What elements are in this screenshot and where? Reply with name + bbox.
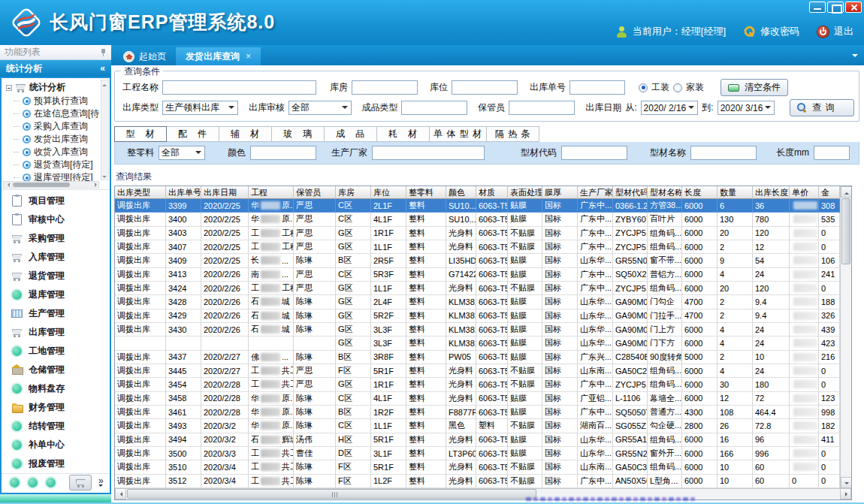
sidebar-menu-item[interactable]: 工地管理 (2, 342, 110, 361)
tree-vertical-scrollbar[interactable] (101, 80, 109, 180)
tree-item[interactable]: 预算执行查询 (6, 95, 99, 107)
grid-horizontal-scrollbar[interactable] (115, 488, 851, 499)
radio-jiazhuang[interactable] (673, 83, 682, 92)
table-row[interactable]: 调拨出库34292020/2/26石城陈琳G区5R2F整料KLM38176063… (115, 309, 840, 323)
material-tab[interactable]: 型 材 (114, 126, 167, 142)
scroll-up-icon[interactable] (841, 186, 852, 198)
column-header-whole[interactable]: 整零料 (406, 186, 446, 199)
column-header-name[interactable]: 型材名称 (648, 186, 682, 199)
circle-icon[interactable] (9, 477, 20, 488)
scroll-right-icon[interactable] (92, 182, 98, 189)
tab-start-page[interactable]: 起始页 (113, 47, 176, 65)
cart-shortcut-button[interactable] (69, 475, 92, 490)
tree-root[interactable]: 统计分析 (6, 80, 99, 95)
radio-gongzhuang[interactable] (639, 83, 648, 92)
warehouse-input[interactable] (352, 80, 418, 95)
tree-item[interactable]: 发货出库查询 (6, 133, 99, 146)
table-row[interactable]: 调拨出库34282020/2/26石城陈琳G区2L4F整料KLM38176063… (115, 295, 840, 309)
scroll-down-icon[interactable] (841, 477, 852, 488)
scroll-left-icon[interactable] (115, 488, 126, 499)
keeper-input[interactable] (509, 101, 575, 115)
column-header-date[interactable]: 出库日期 (201, 186, 249, 199)
color-input[interactable] (250, 146, 316, 160)
material-tab[interactable]: 隔 热 条 (487, 126, 539, 142)
circle-icon[interactable] (45, 477, 56, 488)
sidebar-menu-item[interactable]: 仓储管理 (2, 361, 110, 379)
scroll-up-icon[interactable] (101, 80, 108, 87)
table-row[interactable]: 调拨出库34092020/2/25长...陈琳B区2R5F整料LI35HD606… (115, 254, 840, 267)
sidebar-menu-item[interactable]: 项目管理 (2, 192, 110, 210)
maximize-button[interactable] (827, 2, 844, 13)
logout-link[interactable]: 退出 (834, 25, 853, 38)
table-row[interactable]: G区3L3F整料KLM38176063-T5贴膜国标山东华...GA90M09.… (115, 337, 840, 350)
column-header-qty[interactable]: 数量 (717, 186, 753, 199)
project-name-input[interactable] (162, 80, 316, 95)
scroll-right-icon[interactable] (840, 488, 851, 499)
grid-vertical-scrollbar[interactable] (840, 186, 851, 488)
column-header-film[interactable]: 膜厚 (542, 186, 578, 199)
date-from-picker[interactable]: 2020/ 2/16 (641, 101, 699, 115)
table-row[interactable]: 调拨出库35122020/3/4工共工程陈琳F区1L2F整料光身料6063-T5… (115, 475, 840, 488)
table-row[interactable]: 调拨出库34452020/2/27工共工程严思F区5R1F整料光身料6063-T… (115, 364, 840, 378)
material-tab[interactable]: 耗 材 (377, 126, 430, 142)
scroll-down-icon[interactable] (101, 173, 108, 180)
column-header-keeper[interactable]: 保管员 (294, 186, 336, 199)
column-header-no[interactable]: 出库单号 (166, 186, 201, 199)
section-header[interactable]: 统计分析 « (0, 60, 111, 77)
sidebar-menu-item[interactable]: 出库管理 (2, 323, 110, 342)
material-tab[interactable]: 辅 材 (219, 126, 272, 142)
column-header-proj[interactable]: 工程 (249, 186, 294, 199)
table-row[interactable]: 调拨出库34132020/2/26南...严思C区5R3F整料G71422606… (115, 268, 840, 282)
table-row[interactable]: 调拨出库34032020/2/25工工程严思G区1R1F整料光身料6063-T5… (115, 227, 840, 240)
material-tab[interactable]: 配 件 (167, 126, 219, 142)
sidebar-menu-item[interactable]: 财务管理 (2, 398, 110, 417)
profile-name-input[interactable] (690, 146, 757, 160)
table-row[interactable]: 调拨出库34002020/2/25华原...严思C区4L1F整料SU10...6… (115, 213, 840, 226)
column-header-type[interactable]: 出库类型 (115, 186, 166, 199)
column-header-wh[interactable]: 库房 (336, 186, 371, 199)
material-tab[interactable]: 玻 璃 (272, 126, 325, 142)
table-row[interactable]: 调拨出库34582020/2/28华原...陈琳C区4L1F整料光身料6063-… (115, 392, 840, 406)
table-row[interactable]: 调拨出库34302020/2/26石城陈琳G区3L3F整料KLM38176063… (115, 323, 840, 337)
material-tab[interactable]: 单 体 型 材 (430, 126, 487, 142)
sidebar-menu-item[interactable]: 物料盘存 (2, 379, 110, 398)
column-header-color[interactable]: 颜色 (446, 186, 476, 199)
table-row[interactable]: 调拨出库34932020/3/2华原...陈琳C区1L1F整料黑色塑料不贴膜国标… (115, 419, 840, 433)
column-header-loc[interactable]: 库位 (371, 186, 406, 199)
column-header-len[interactable]: 长度 (682, 186, 717, 199)
table-row[interactable]: 调拨出库34372020/2/27佛...陈琳B区3R8F整料PW056063-… (115, 351, 840, 364)
scrollbar-thumb[interactable] (127, 489, 536, 499)
tree-item[interactable]: 在途信息查询[待 (6, 107, 99, 120)
table-row[interactable]: 调拨出库34072020/2/25工工程严思G区1L1F整料光身料6063-T5… (115, 240, 840, 254)
tree-horizontal-scrollbar[interactable] (3, 181, 99, 189)
scrollbar-thumb[interactable] (841, 198, 850, 264)
close-button[interactable] (845, 2, 862, 13)
table-row[interactable]: 调拨出库34612020/2/28华原...陈琳B区1R2F整料F8877FT6… (115, 406, 840, 419)
tab-list-chevron-icon[interactable] (852, 54, 858, 60)
overflow-chevron[interactable]: » (98, 477, 104, 489)
tab-shipment-outbound-query[interactable]: 发货出库查询 × (176, 47, 261, 65)
product-type-input[interactable] (401, 101, 467, 115)
collapse-minus-icon[interactable] (6, 85, 12, 91)
change-password-link[interactable]: 修改密码 (760, 25, 799, 38)
circle-icon[interactable] (27, 477, 38, 488)
sidebar-menu-item[interactable]: 采购管理 (2, 229, 110, 248)
minimize-button[interactable] (809, 2, 826, 13)
column-header-outlen[interactable]: 出库长度 (753, 186, 790, 199)
column-header-surf[interactable]: 表面处理 (508, 186, 542, 199)
collapse-chevron[interactable]: « (100, 63, 105, 74)
whole-part-select[interactable]: 全部 (159, 146, 205, 160)
scrollbar-thumb[interactable] (13, 183, 70, 187)
manufacturer-input[interactable] (372, 146, 485, 160)
location-input[interactable] (452, 80, 518, 95)
table-row[interactable]: 调拨出库35002020/3/3工共工程曹佳D区3L1F整料LT3P606063… (115, 447, 840, 460)
column-header-amt[interactable]: 金 (819, 186, 840, 199)
clear-conditions-button[interactable]: 清空条件 (721, 79, 788, 96)
tree-item[interactable]: 收货入库查询 (6, 146, 99, 158)
search-button[interactable]: 查 询 (790, 99, 854, 116)
column-header-maker[interactable]: 生产厂家 (578, 186, 613, 199)
table-row[interactable]: 调拨出库34942020/3/2石辉城汤伟H区5R1F整料光身料6063-T5贴… (115, 433, 840, 447)
profile-code-input[interactable] (561, 146, 627, 160)
out-audit-select[interactable]: 全部 (289, 101, 352, 115)
sidebar-menu-item[interactable]: 结转管理 (2, 417, 110, 436)
